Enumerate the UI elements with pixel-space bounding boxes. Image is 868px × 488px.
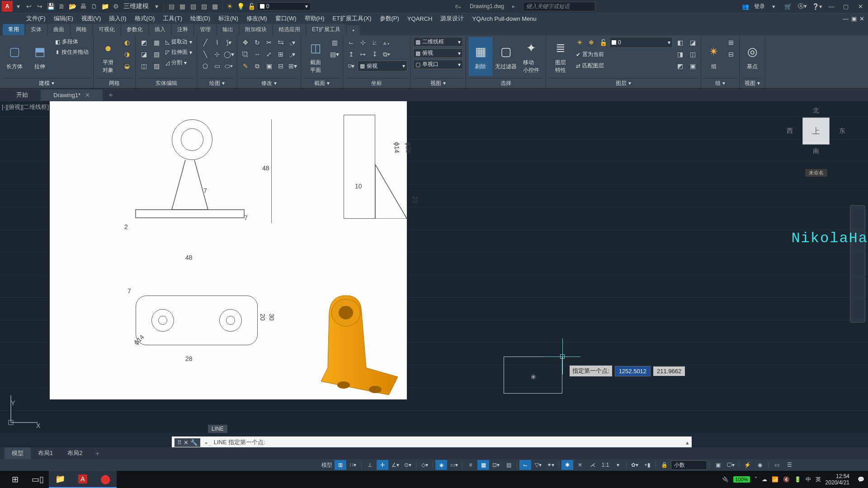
panel-coord-title[interactable]: 坐标 (346, 78, 407, 88)
offset-icon[interactable]: ▣ (264, 61, 274, 71)
menu-modify[interactable]: 修改(M) (243, 13, 271, 24)
copy-icon[interactable]: ⿻ (240, 49, 251, 60)
sec-ico1[interactable]: ▥ (329, 37, 340, 48)
ribbon-tab-solid[interactable]: 实体 (25, 24, 47, 35)
vis-style-dropdown[interactable]: ▦二维线框▾ (413, 37, 463, 47)
status-gizmo2-icon[interactable]: ✦▾ (545, 460, 557, 470)
chamfer-icon[interactable]: ◞▾ (287, 49, 298, 60)
viewcube-top-face[interactable]: 上 (802, 117, 830, 145)
menu-help[interactable]: 帮助(H) (301, 13, 328, 24)
ucs-icon3[interactable]: ⟀ (369, 37, 380, 48)
status-osnap-icon[interactable]: ◇▾ (419, 460, 430, 470)
bulb-icon[interactable]: 💡 (236, 1, 245, 11)
status-plus-icon[interactable]: +▮ (642, 460, 653, 470)
group-button[interactable]: ✴组 (704, 37, 724, 76)
battery-icon[interactable]: 🔌 (722, 476, 729, 483)
ime-lang1[interactable]: 中 (806, 476, 811, 483)
layer-freeze-icon[interactable]: ❄ (586, 37, 597, 48)
save-icon[interactable]: 💾 (46, 1, 56, 11)
ucs-icon5[interactable]: ↥ (346, 49, 357, 60)
status-tran-icon[interactable]: ▦ (477, 460, 489, 470)
ly-ico4[interactable]: ◪ (687, 37, 698, 48)
panel-solidedit-title[interactable]: 实体编辑 (138, 78, 194, 88)
ribbon-tab-ettools[interactable]: ET扩展工具 (307, 24, 346, 35)
ly-ico5[interactable]: ◫ (687, 49, 698, 60)
app-logo[interactable]: A (2, 1, 13, 12)
status-otrack-icon[interactable]: ⊙▾ (402, 460, 414, 470)
stretchface-button[interactable]: ◸拉伸面▾ (164, 47, 194, 57)
mirror-icon[interactable]: ⮀ (275, 37, 286, 48)
autocad-taskbar-icon[interactable]: A (71, 471, 94, 488)
status-custom-icon[interactable]: ☰ (783, 460, 795, 470)
layer-sun-icon[interactable]: ☀ (574, 37, 585, 48)
ribbon-tab-extra[interactable]: ▪ (347, 25, 359, 35)
status-iso2-icon[interactable]: ◉ (754, 460, 766, 470)
cmd-close-icon[interactable]: ✕ (184, 439, 189, 446)
ucs-icon[interactable]: YX (6, 391, 42, 428)
ly-ico2[interactable]: ◨ (675, 49, 685, 60)
menu-yq-pulldown[interactable]: YQArch Pull-down Menu (468, 14, 540, 23)
panel-mesh-title[interactable]: 网格 (96, 78, 132, 88)
se-ico1[interactable]: ◩ (138, 37, 149, 48)
status-autoscale-icon[interactable]: ⤧ (574, 460, 586, 470)
status-annomon-icon[interactable]: ✱ (561, 460, 573, 470)
status-dyn-icon[interactable]: ▭▾ (448, 460, 460, 470)
ucs-icon8[interactable]: ⧉▾ (381, 49, 392, 60)
status-ucs2-icon[interactable]: ⌙ (519, 460, 531, 470)
new-icon[interactable]: 🗋 (89, 1, 99, 11)
layerprops-button[interactable]: ≣图层 特性 (549, 37, 572, 76)
drawing-canvas[interactable]: [-][俯视][二维线框] 48 7 7 2 48 ϕ14 ϕ28 10 23 (0, 101, 868, 433)
status-lwt-icon[interactable]: ≡ (465, 460, 476, 470)
command-line[interactable]: ⠿✕🔧 ▸_ LINE 指定第一个点: ▴ (172, 436, 692, 448)
ucs-icon4[interactable]: ⟁▾ (381, 37, 392, 48)
cmd-config-icon[interactable]: 🔧 (190, 439, 198, 446)
tray-up-icon[interactable]: ˄ (755, 476, 757, 483)
ribbon-tab-insert[interactable]: 插入 (149, 24, 171, 35)
signin-label[interactable]: 登录 (754, 3, 765, 10)
panel-draw-title[interactable]: 绘图 ▾ (200, 78, 234, 88)
doc-tab-drawing1[interactable]: Drawing1*✕ (41, 89, 103, 101)
erase-icon[interactable]: ✎ (240, 61, 251, 71)
minimize-button[interactable]: — (826, 1, 837, 11)
layer-quick-dropdown[interactable]: 0 ▾ (257, 2, 311, 10)
ribbon-tab-annotate[interactable]: 注释 (172, 24, 193, 35)
power-icon[interactable]: 🔋 (794, 476, 801, 483)
wsdrop-icon[interactable]: ▾ (151, 1, 161, 11)
se-ico6[interactable]: ▨ (151, 61, 162, 71)
qat-ico-3[interactable]: ▧ (188, 1, 198, 11)
edge-button[interactable]: ◺提取边▾ (164, 37, 194, 47)
rotate-icon[interactable]: ↻ (252, 37, 263, 48)
ribbon-tab-home[interactable]: 常用 (3, 24, 24, 35)
ly-ico3[interactable]: ◩ (675, 61, 685, 71)
status-filter-icon[interactable]: ▽▾ (532, 460, 544, 470)
wifi-icon[interactable]: 📶 (772, 476, 778, 483)
status-qp-icon[interactable]: ▤ (503, 460, 514, 470)
panel-select-title[interactable]: 选择 (469, 78, 543, 88)
app-store-icon[interactable]: Ⓐ▾ (797, 1, 808, 11)
help-icon[interactable]: ❔▾ (811, 1, 823, 11)
open-icon[interactable]: 📂 (67, 1, 77, 11)
layer-lock-icon[interactable]: 🔓 (598, 37, 609, 48)
share-icon[interactable]: ⎋▾ (455, 3, 462, 9)
move-icon[interactable]: ✥ (240, 37, 251, 48)
status-units-dropdown[interactable]: 小数 (671, 460, 707, 470)
viewport-label[interactable]: [-][俯视][二维线框] (2, 103, 49, 111)
grp-ico2[interactable]: ⊟ (726, 49, 736, 60)
dynamic-input-y[interactable]: 211.9662 (653, 366, 685, 376)
panel-section-title[interactable]: 截面 ▾ (304, 78, 340, 88)
status-iso-icon[interactable]: ∠▾ (389, 460, 401, 470)
presspull-button[interactable]: ⬍按住并拖动 (53, 47, 90, 57)
ly-ico6[interactable]: ▣ (687, 61, 698, 71)
gear-icon[interactable]: ⚙ (111, 1, 121, 11)
mesh-ico3[interactable]: ◒ (122, 61, 132, 71)
status-scale-drop[interactable]: ▾ (612, 460, 624, 470)
se-ico5[interactable]: ▧ (151, 49, 162, 60)
status-cyc-icon[interactable]: ⊡▾ (490, 460, 502, 470)
status-annoscale-icon[interactable]: ⋌ (587, 460, 599, 470)
qat-ico-1[interactable]: ▤ (166, 1, 176, 11)
cmd-handle[interactable]: ⠿✕🔧 (175, 438, 200, 447)
status-scale-label[interactable]: 1:1 (599, 460, 611, 470)
ucs-icon7[interactable]: ↧ (369, 49, 380, 60)
mesh-ico2[interactable]: ◑ (122, 49, 132, 60)
status-polar-icon[interactable]: ✛ (377, 460, 388, 470)
